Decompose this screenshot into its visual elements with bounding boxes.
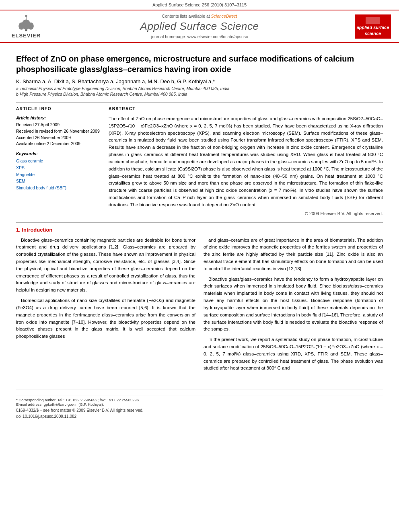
abstract-col: ABSTRACT The effect of ZnO on phase emer… (109, 107, 383, 216)
intro-para-1: Biomedical applications of nano-size cry… (16, 297, 195, 340)
contents-label: Contents lists available at (162, 14, 210, 18)
introduction-section: 1. Introduction Bioactive glass–ceramics… (16, 222, 383, 376)
journal-name: Applied Surface Science (44, 20, 355, 33)
keyword-1: XPS (16, 164, 101, 171)
email-label: E-mail address: (16, 402, 43, 407)
abstract-text: The effect of ZnO on phase emergence and… (109, 115, 383, 209)
corresponding-text: * Corresponding author. Tel.: +91 022 25… (16, 398, 140, 402)
authors-line: K. Sharma a, A. Dixit a, S. Bhattacharya… (16, 78, 383, 84)
journal-title-center: Contents lists available at ScienceDirec… (44, 14, 355, 39)
intro-right-col: and glass–ceramics are of great importan… (204, 237, 383, 376)
intro-right-para-1: Bioactive glass/glass–ceramics have the … (204, 276, 383, 333)
section-number: 1. (16, 227, 21, 233)
elsevier-text: ELSEVIER (12, 33, 41, 39)
history-item-2: Accepted 26 November 2009 (16, 135, 101, 141)
journal-logo-right: applied surface science (355, 14, 391, 39)
sciencedirect-link[interactable]: ScienceDirect (211, 14, 237, 18)
article-info-label: ARTICLE INFO (16, 107, 101, 112)
doi-line: doi:10.1016/j.apsusc.2009.11.082 (16, 414, 383, 419)
affiliation-b: b High Pressure Physics Division, Bhabha… (16, 92, 383, 97)
history-item-1: Received in revised form 26 November 200… (16, 128, 101, 135)
journal-logo-title: applied surface science (356, 25, 389, 36)
citation-text: Applied Surface Science 256 (2010) 3107–… (152, 2, 247, 7)
main-content: Effect of ZnO on phase emergence, micros… (0, 43, 399, 383)
keyword-4: Simulated body fluid (SBF) (16, 185, 101, 191)
svg-point-3 (28, 22, 34, 29)
sciencedirect-line: Contents lists available at ScienceDirec… (44, 14, 355, 18)
introduction-body: Bioactive glass–ceramics containing magn… (16, 237, 383, 376)
info-abstract-section: ARTICLE INFO Article history: Received 2… (16, 102, 383, 216)
keyword-2: Magnetite (16, 171, 101, 178)
svg-point-2 (19, 22, 24, 29)
elsevier-tree-icon (12, 14, 40, 33)
keywords-label: Keywords: (16, 151, 101, 156)
journal-logo-icon (365, 16, 381, 25)
page-footer: * Corresponding author. Tel.: +91 022 25… (16, 390, 383, 419)
citation-bar: Applied Surface Science 256 (2010) 3107–… (0, 0, 399, 10)
history-label: Article history: (16, 115, 101, 120)
introduction-title: 1. Introduction (16, 227, 383, 233)
corresponding-note: * Corresponding author. Tel.: +91 022 25… (16, 396, 383, 407)
article-info-col: ARTICLE INFO Article history: Received 2… (16, 107, 101, 216)
journal-banner: ELSEVIER Contents lists available at Sci… (0, 10, 399, 43)
section-name: Introduction (22, 227, 52, 233)
history-item-0: Received 27 April 2009 (16, 122, 101, 128)
email-address: gpkoth@barc.gov.in (G.P. Kothiyal). (44, 402, 104, 407)
history-item-3: Available online 2 December 2009 (16, 141, 101, 147)
keyword-3: SEM (16, 178, 101, 185)
intro-right-para-2: In the present work, we report a systema… (204, 336, 383, 372)
intro-right-para-0: and glass–ceramics are of great importan… (204, 237, 383, 273)
article-title: Effect of ZnO on phase emergence, micros… (16, 53, 383, 74)
copyright-text: © 2009 Elsevier B.V. All rights reserved… (109, 211, 383, 216)
intro-left-col: Bioactive glass–ceramics containing magn… (16, 237, 195, 376)
affiliation-a: a Technical Physics and Prototype Engine… (16, 86, 383, 91)
issn-line: 0169-4332/$ – see front matter © 2009 El… (16, 408, 383, 413)
abstract-label: ABSTRACT (109, 107, 383, 112)
journal-homepage: journal homepage: www.elsevier.com/locat… (44, 34, 355, 39)
intro-para-0: Bioactive glass–ceramics containing magn… (16, 237, 195, 294)
elsevier-logo: ELSEVIER (8, 14, 44, 39)
svg-point-5 (25, 14, 27, 16)
svg-rect-6 (366, 17, 380, 24)
keyword-0: Glass ceramic (16, 158, 101, 164)
